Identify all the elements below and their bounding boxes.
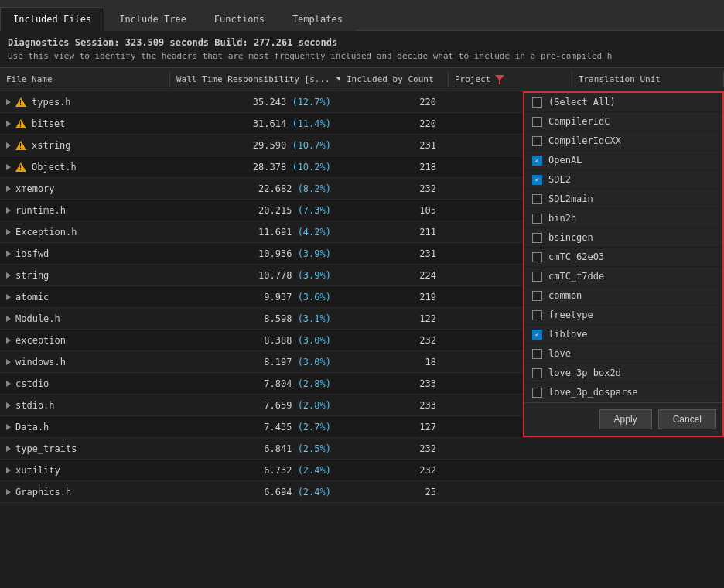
dropdown-item[interactable]: freetype xyxy=(524,306,722,325)
dropdown-item[interactable]: CompilerIdC xyxy=(524,112,722,132)
dropdown-item[interactable]: bin2h xyxy=(524,209,722,228)
table-row[interactable]: Graphics.h6.694 (2.4%)25 xyxy=(0,481,724,503)
project-checkbox[interactable] xyxy=(532,233,542,243)
cell-file: Data.h xyxy=(0,419,170,436)
tab-included-files[interactable]: Included Files xyxy=(0,7,104,31)
expand-arrow-icon[interactable] xyxy=(6,467,11,473)
warning-icon: ! xyxy=(15,119,26,128)
project-checkbox[interactable] xyxy=(532,136,542,146)
dropdown-item[interactable]: SDL2 xyxy=(524,170,722,190)
wall-time-percent: (2.4%) xyxy=(298,487,331,497)
expand-arrow-icon[interactable] xyxy=(6,381,11,387)
file-name-label: xmemory xyxy=(15,183,55,194)
cell-included-count: 233 xyxy=(340,397,449,414)
tab-functions[interactable]: Functions xyxy=(201,7,278,31)
tab-templates[interactable]: Templates xyxy=(279,7,356,31)
project-checkbox[interactable] xyxy=(532,97,542,108)
expand-arrow-icon[interactable] xyxy=(6,121,11,127)
table-row[interactable]: type_traits6.841 (2.5%)232 xyxy=(0,438,724,460)
cancel-button[interactable]: Cancel xyxy=(658,409,716,429)
dropdown-item[interactable]: bsincgen xyxy=(524,228,722,248)
project-label: cmTC_62e03 xyxy=(548,251,604,262)
expand-arrow-icon[interactable] xyxy=(6,489,11,495)
col-header-wall[interactable]: Wall Time Responsibility [s... xyxy=(170,71,340,87)
file-name-label: atomic xyxy=(15,292,49,303)
dropdown-item[interactable]: cmTC_f7dde xyxy=(524,267,722,286)
project-checkbox[interactable] xyxy=(532,194,542,204)
col-header-project[interactable]: Project xyxy=(449,71,572,87)
cell-project xyxy=(449,467,572,473)
cell-file: xmemory xyxy=(0,180,170,197)
project-checkbox[interactable] xyxy=(532,310,542,320)
project-checkbox[interactable] xyxy=(532,272,542,282)
cell-wall-time: 28.378 (10.2%) xyxy=(170,159,340,176)
expand-arrow-icon[interactable] xyxy=(6,316,11,322)
cell-included-count: 231 xyxy=(340,245,449,262)
expand-arrow-icon[interactable] xyxy=(6,272,11,279)
cell-wall-time: 9.937 (3.6%) xyxy=(170,289,340,306)
file-name-label: Data.h xyxy=(15,422,49,432)
dropdown-item[interactable]: love_3p_box2d xyxy=(524,364,722,383)
expand-arrow-icon[interactable] xyxy=(6,402,11,409)
expand-arrow-icon[interactable] xyxy=(6,424,11,430)
project-label: bsincgen xyxy=(548,232,593,243)
wall-time-value: 6.841 xyxy=(264,443,297,454)
dropdown-item[interactable]: CompilerIdCXX xyxy=(524,132,722,151)
table-row[interactable]: xutility6.732 (2.4%)232 xyxy=(0,460,724,481)
tab-include-tree[interactable]: Include Tree xyxy=(106,7,200,31)
cell-project xyxy=(449,446,572,452)
cell-included-count: 211 xyxy=(340,224,449,241)
wall-time-value: 28.378 xyxy=(253,162,292,173)
project-label: (Select All) xyxy=(548,97,616,108)
project-checkbox[interactable] xyxy=(532,156,542,166)
project-checkbox[interactable] xyxy=(532,291,542,301)
apply-button[interactable]: Apply xyxy=(599,409,652,429)
cell-included-count: 232 xyxy=(340,332,449,349)
filter-icon[interactable] xyxy=(495,75,504,84)
project-checkbox[interactable] xyxy=(532,252,542,262)
dropdown-item[interactable]: (Select All) xyxy=(524,93,722,112)
cell-file: xutility xyxy=(0,462,170,479)
file-name-label: exception xyxy=(15,335,66,346)
dropdown-item[interactable]: liblove xyxy=(524,325,722,344)
dropdown-item[interactable]: cmTC_62e03 xyxy=(524,248,722,267)
wall-time-percent: (11.4%) xyxy=(292,118,331,129)
dropdown-item[interactable]: SDL2main xyxy=(524,190,722,209)
expand-arrow-icon[interactable] xyxy=(6,186,11,192)
expand-arrow-icon[interactable] xyxy=(6,446,11,452)
expand-arrow-icon[interactable] xyxy=(6,229,11,235)
expand-arrow-icon[interactable] xyxy=(6,142,11,149)
project-checkbox[interactable] xyxy=(532,388,542,398)
expand-arrow-icon[interactable] xyxy=(6,99,11,105)
dropdown-item[interactable]: common xyxy=(524,286,722,306)
project-checkbox[interactable] xyxy=(532,349,542,359)
project-checkbox[interactable] xyxy=(532,175,542,185)
expand-arrow-icon[interactable] xyxy=(6,359,11,365)
expand-arrow-icon[interactable] xyxy=(6,294,11,300)
expand-arrow-icon[interactable] xyxy=(6,251,11,257)
project-checkbox[interactable] xyxy=(532,117,542,127)
cell-translation-unit xyxy=(572,489,724,495)
project-checkbox[interactable] xyxy=(532,214,542,224)
expand-arrow-icon[interactable] xyxy=(6,207,11,214)
project-label: cmTC_f7dde xyxy=(548,271,604,282)
tab-bar: Included Files Include Tree Functions Te… xyxy=(0,0,724,31)
info-description: Use this view to identify the headers th… xyxy=(8,51,716,61)
dropdown-list[interactable]: (Select All)CompilerIdCCompilerIdCXXOpen… xyxy=(524,93,722,402)
wall-time-percent: (3.0%) xyxy=(298,335,331,346)
cell-wall-time: 7.659 (2.8%) xyxy=(170,397,340,414)
project-filter-dropdown: (Select All)CompilerIdCCompilerIdCXXOpen… xyxy=(523,91,724,437)
expand-arrow-icon[interactable] xyxy=(6,164,11,170)
dropdown-item[interactable]: OpenAL xyxy=(524,151,722,170)
wall-time-value: 20.215 xyxy=(258,205,298,216)
wall-time-value: 22.682 xyxy=(258,183,298,194)
project-checkbox[interactable] xyxy=(532,330,542,340)
dropdown-item[interactable]: love_3p_ddsparse xyxy=(524,383,722,402)
wall-time-percent: (3.9%) xyxy=(298,270,331,281)
expand-arrow-icon[interactable] xyxy=(6,337,11,344)
project-label: liblove xyxy=(548,329,588,340)
cell-included-count: 25 xyxy=(340,484,449,501)
wall-time-percent: (3.9%) xyxy=(298,248,331,259)
dropdown-item[interactable]: love xyxy=(524,344,722,364)
project-checkbox[interactable] xyxy=(532,368,542,378)
